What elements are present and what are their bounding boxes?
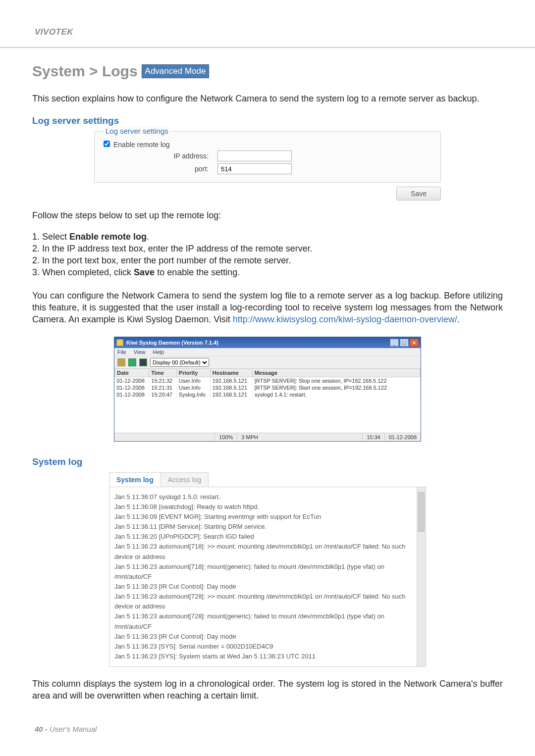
system-log-box: Jan 5 11:36:07 syslogd 1.5.0: restart. J… (109, 487, 426, 667)
page-number-value: 40 - (35, 725, 50, 733)
list-item: Jan 5 11:36:23 [SYS]: Serial number = 00… (114, 642, 415, 652)
log-entries: Jan 5 11:36:07 syslogd 1.5.0: restart. J… (114, 492, 426, 661)
kiwi-table: Date Time Priority Hostname Message 01-1… (114, 368, 421, 398)
list-item: Jan 5 11:36:08 [swatchdog]: Ready to wat… (114, 502, 415, 512)
step-2a: 2. In the IP address text box, enter the… (32, 243, 503, 254)
col-time[interactable]: Time (149, 368, 176, 377)
log-server-heading: Log server settings (32, 115, 503, 126)
menu-view[interactable]: View (134, 349, 146, 355)
table-row[interactable]: 01-12-2008 15:21:32 User.Info 192.168.5.… (115, 377, 421, 384)
title-row: System > Logs Advanced Mode (32, 63, 503, 80)
kiwi-log-grid: Date Time Priority Hostname Message 01-1… (114, 368, 421, 433)
list-item: Jan 5 11:36:20 [UPnPIGDCP]: Search IGD f… (114, 532, 415, 542)
fieldset-legend: Log server settings (104, 127, 170, 135)
list-item: Jan 5 11:36:23 automount[718]: >> mount:… (114, 542, 415, 561)
scrollbar[interactable] (417, 487, 426, 666)
toolbar-icon-3[interactable] (139, 358, 147, 366)
col-message[interactable]: Message (252, 368, 420, 377)
page-number: 40 - User's Manual (35, 725, 97, 733)
step-3-bold: Save (134, 267, 155, 277)
intro-text: This section explains how to configure t… (32, 93, 503, 104)
page-title: System > Logs (32, 63, 138, 80)
port-row: port: (104, 163, 431, 174)
kiwi-title-text: Kiwi Syslog Daemon (Version 7.1.4) (126, 340, 218, 346)
backup-text-end: . (457, 314, 460, 324)
kiwi-link[interactable]: http://www.kiwisyslog.com/kiwi-syslog-da… (233, 314, 457, 324)
maximize-icon[interactable]: □ (400, 339, 409, 347)
col-hostname[interactable]: Hostname (210, 368, 252, 377)
table-row[interactable]: 01-12-2008 15:20:47 Syslog.Info 192.168.… (115, 391, 421, 398)
table-row[interactable]: 01-12-2008 15:21:31 User.Info 192.168.5.… (115, 384, 421, 391)
content-area: System > Logs Advanced Mode This section… (0, 48, 535, 702)
kiwi-app-icon (116, 339, 123, 346)
step-1-prefix: 1. Select (32, 232, 69, 242)
status-mph: 3 MPH (237, 433, 262, 441)
advanced-mode-badge: Advanced Mode (142, 64, 210, 78)
toolbar-icon-2[interactable] (128, 358, 136, 366)
list-item: Jan 5 11:36:23 automount[728]: mount(gen… (114, 611, 415, 631)
backup-paragraph: You can configure the Network Camera to … (32, 290, 503, 326)
system-log-panel: System log Access log Jan 5 11:36:07 sys… (109, 472, 426, 667)
log-tabs: System log Access log (109, 472, 426, 487)
scrollbar-thumb[interactable] (418, 492, 425, 532)
step-2b: 2. In the port text box, enter the port … (32, 254, 503, 266)
steps-list: 1. Select Enable remote log. 2. In the I… (32, 231, 503, 279)
list-item: Jan 5 11:36:23 automount[728]: >> mount:… (114, 592, 415, 611)
kiwi-toolbar: Display 00 (Default) (114, 356, 421, 368)
ip-address-label: IP address: (104, 152, 217, 160)
step-1-bold: Enable remote log (69, 232, 147, 242)
list-item: Jan 5 11:36:23 automount[718]: mount(gen… (114, 562, 415, 582)
list-item: Jan 5 11:36:07 syslogd 1.5.0: restart. (114, 492, 415, 502)
list-item: Jan 5 11:36:23 [IR Cut Control]: Day mod… (114, 582, 415, 592)
minimize-icon[interactable]: _ (390, 339, 399, 347)
tab-access-log[interactable]: Access log (160, 472, 209, 487)
enable-remote-log-row: Enable remote log (104, 141, 431, 149)
log-server-fieldset: Log server settings Enable remote log IP… (94, 131, 441, 183)
toolbar-icon-1[interactable] (117, 358, 125, 366)
enable-remote-log-label: Enable remote log (113, 141, 170, 149)
kiwi-syslog-window: Kiwi Syslog Daemon (Version 7.1.4) _ □ ×… (114, 337, 421, 442)
kiwi-header-row: Date Time Priority Hostname Message (115, 368, 421, 377)
kiwi-statusbar: 100% 3 MPH 15:34 01-12-2008 (114, 433, 421, 441)
col-date[interactable]: Date (115, 368, 149, 377)
list-item: Jan 5 11:36:23 [IR Cut Control]: Day mod… (114, 632, 415, 642)
system-log-heading: System log (32, 456, 503, 467)
col-priority[interactable]: Priority (176, 368, 210, 377)
display-select[interactable]: Display 00 (Default) (150, 358, 209, 367)
list-item: Jan 5 11:36:11 [DRM Service]: Starting D… (114, 522, 415, 532)
follow-steps-intro: Follow the steps below to set up the rem… (32, 209, 503, 221)
menu-file[interactable]: File (117, 349, 126, 355)
list-item: Jan 5 11:36:23 [SYS]: System starts at W… (114, 652, 415, 661)
brand-label: VIVOTEK (35, 27, 73, 37)
status-pct: 100% (214, 433, 237, 441)
status-date: 01-12-2008 (384, 433, 421, 441)
kiwi-menubar: File View Help (114, 348, 421, 356)
status-time: 15:34 (362, 433, 384, 441)
menu-help[interactable]: Help (153, 349, 164, 355)
save-row: Save (94, 187, 441, 201)
close-icon[interactable]: × (410, 339, 419, 347)
port-input[interactable] (217, 163, 292, 174)
step-3-suffix: to enable the setting. (155, 267, 240, 277)
tab-system-log[interactable]: System log (109, 472, 161, 487)
outro-text: This column displays the system log in a… (32, 678, 503, 702)
log-server-settings-panel: Log server settings Enable remote log IP… (94, 131, 441, 201)
list-item: Jan 5 11:36:09 [EVENT MGR]: Starting eve… (114, 512, 415, 522)
ip-address-input[interactable] (217, 151, 292, 161)
port-label: port: (104, 165, 217, 173)
save-button[interactable]: Save (396, 187, 441, 201)
page-number-label: User's Manual (50, 725, 97, 733)
page-header: VIVOTEK (0, 0, 535, 48)
ip-address-row: IP address: (104, 151, 431, 161)
step-1-suffix: . (147, 232, 149, 242)
enable-remote-log-checkbox[interactable] (104, 141, 113, 149)
kiwi-titlebar: Kiwi Syslog Daemon (Version 7.1.4) _ □ × (114, 337, 421, 348)
step-3-prefix: 3. When completed, click (32, 267, 134, 277)
